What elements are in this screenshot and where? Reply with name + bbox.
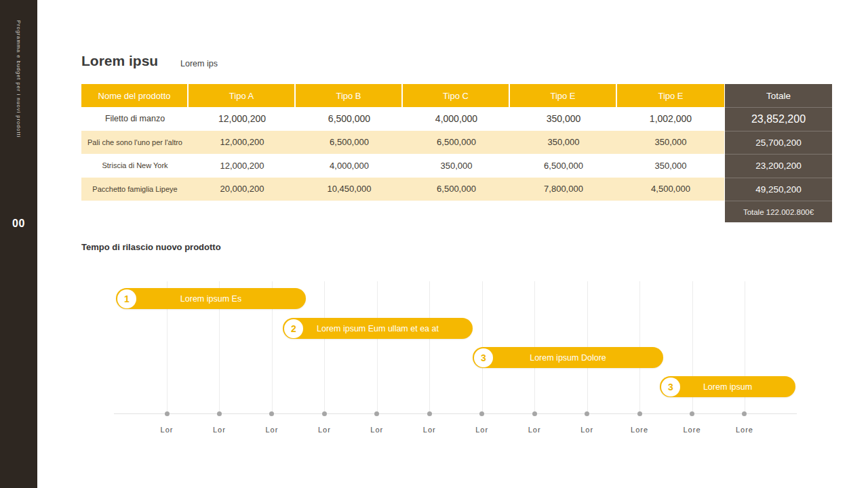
milestone-label: Lorem ipsum Es [116, 288, 306, 309]
value-cell: 12,000,200 [189, 154, 296, 178]
value-cell: 6,500,000 [296, 131, 403, 155]
timeline-tick-label: Lor [370, 426, 383, 434]
table-body: Filetto di manzo12,000,2006,500,0004,000… [81, 107, 724, 201]
sidebar-vertical-title: Programma e budget per i nuovi prodotti [16, 20, 22, 138]
slide: Programma e budget per i nuovi prodotti … [0, 0, 868, 488]
page-number: 00 [0, 218, 37, 230]
totals-column-header: Totale [725, 84, 832, 107]
timeline-gridline [324, 281, 325, 413]
value-cell: 350,000 [617, 131, 724, 155]
timeline-tick-label: Lor [580, 426, 593, 434]
value-cell: 6,500,000 [403, 178, 510, 201]
sidebar: Programma e budget per i nuovi prodotti … [0, 0, 37, 488]
value-cell: 6,500,000 [403, 131, 510, 155]
milestone-label: Lorem ipsum Dolore [473, 347, 663, 368]
value-cell: 20,000,200 [189, 178, 296, 201]
timeline-tick-label: Lor [475, 426, 488, 434]
product-name-cell: Filetto di manzo [81, 107, 189, 131]
product-table: Nome del prodottoTipo ATipo BTipo CTipo … [81, 84, 724, 201]
totals-column: Totale 23,852,20025,700,20023,200,20049,… [725, 84, 832, 222]
timeline-tick-label: Lor [318, 426, 331, 434]
value-cell: 350,000 [617, 154, 724, 178]
product-name-cell: Pali che sono l'uno per l'altro [81, 131, 189, 155]
timeline-tick-label: Lor [528, 426, 541, 434]
timeline-gridline [377, 281, 378, 413]
total-cell: 23,852,200 [725, 107, 832, 131]
value-cell: 4,500,000 [617, 178, 724, 201]
table-header-row: Nome del prodottoTipo ATipo BTipo CTipo … [81, 84, 724, 107]
value-cell: 350,000 [510, 107, 617, 131]
value-cell: 12,000,200 [189, 107, 296, 131]
table-row: Striscia di New York12,000,2004,000,0003… [81, 154, 724, 178]
page-title: Lorem ipsu [81, 53, 158, 69]
totals-rows: 23,852,20025,700,20023,200,20049,250,200 [725, 107, 832, 201]
milestone-pill: 2Lorem ipsum Eum ullam et ea at [283, 318, 473, 339]
timeline-tick-dot [690, 411, 694, 416]
milestone-label: Lorem ipsum [660, 376, 795, 397]
timeline-tick-dot [479, 411, 484, 416]
timeline-gridline [429, 281, 430, 413]
value-cell: 4,000,000 [403, 107, 510, 131]
timeline-tick-dot [322, 411, 327, 416]
column-header: Tipo C [403, 84, 510, 107]
column-header: Tipo B [296, 84, 403, 107]
value-cell: 350,000 [403, 154, 510, 178]
column-header: Tipo A [189, 84, 296, 107]
milestone-pill: 3Lorem ipsum Dolore [473, 347, 663, 368]
milestone-pill: 3Lorem ipsum [660, 376, 795, 397]
timeline-tick-dot [585, 411, 589, 416]
value-cell: 7,800,000 [510, 178, 617, 201]
value-cell: 6,500,000 [296, 107, 403, 131]
column-header-name: Nome del prodotto [81, 84, 189, 107]
timeline-tick-label: Lor [265, 426, 278, 434]
timeline-tick-dot [742, 411, 747, 416]
timeline-heading: Tempo di rilascio nuovo prodotto [81, 242, 221, 252]
timeline-tick-label: Lore [631, 426, 648, 434]
timeline-tick-label: Lor [213, 426, 226, 434]
milestone-label: Lorem ipsum Eum ullam et ea at [283, 318, 473, 339]
page-subtitle: Lorem ips [180, 59, 218, 68]
value-cell: 350,000 [510, 131, 617, 155]
column-header: Tipo E [510, 84, 617, 107]
timeline-tick-dot [637, 411, 642, 416]
table-row: Pacchetto famiglia Lipeye20,000,20010,45… [81, 178, 724, 201]
timeline-tick-dot [217, 411, 222, 416]
product-name-cell: Striscia di New York [81, 154, 189, 178]
table-row: Filetto di manzo12,000,2006,500,0004,000… [81, 107, 724, 131]
timeline-tick-label: Lore [736, 426, 753, 434]
value-cell: 6,500,000 [510, 154, 617, 178]
timeline-tick-dot [374, 411, 379, 416]
value-cell: 12,000,200 [189, 131, 296, 155]
timeline-tick-label: Lor [161, 426, 174, 434]
value-cell: 4,000,000 [296, 154, 403, 178]
timeline-tick-dot [427, 411, 432, 416]
column-header: Tipo E [617, 84, 724, 107]
timeline-tick-label: Lor [423, 426, 436, 434]
timeline-tick-dot [532, 411, 537, 416]
timeline-tick-dot [269, 411, 274, 416]
value-cell: 10,450,000 [296, 178, 403, 201]
grand-total: Totale 122.002.800€ [725, 201, 832, 222]
timeline-tick-label: Lore [683, 426, 701, 434]
value-cell: 1,002,000 [617, 107, 724, 131]
timeline-tick-dot [165, 411, 170, 416]
total-cell: 23,200,200 [725, 154, 832, 178]
milestone-pill: 1Lorem ipsum Es [116, 288, 306, 309]
total-cell: 25,700,200 [725, 131, 832, 155]
product-name-cell: Pacchetto famiglia Lipeye [81, 178, 189, 201]
table-row: Pali che sono l'uno per l'altro12,000,20… [81, 131, 724, 155]
total-cell: 49,250,200 [725, 178, 832, 201]
